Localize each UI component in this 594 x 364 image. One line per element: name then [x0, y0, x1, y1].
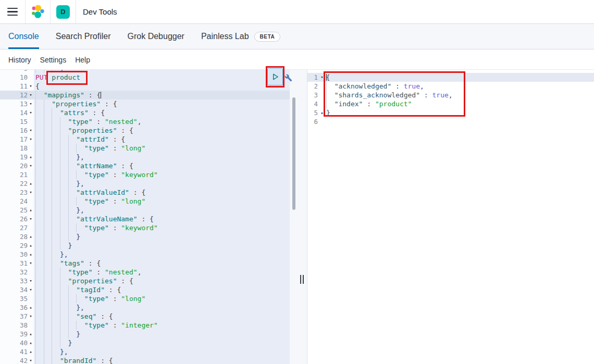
- line-number: 12▾: [0, 91, 34, 99]
- request-code[interactable]: 9 }10PUT product11▾{12▾ "mappings" : {13…: [0, 70, 290, 364]
- code-text: "type" : "keyword": [34, 170, 158, 179]
- line-number: 42▾: [0, 356, 34, 364]
- code-line-21[interactable]: 21 "type" : "keyword": [0, 170, 290, 179]
- code-line-6[interactable]: 6: [307, 117, 594, 126]
- tab-search-profiler[interactable]: Search Profiler: [56, 24, 111, 49]
- code-text: {: [34, 82, 40, 91]
- code-line-41[interactable]: 41▴ },: [0, 347, 290, 356]
- request-editor[interactable]: 9 }10PUT product11▾{12▾ "mappings" : {13…: [0, 70, 290, 364]
- code-line-42[interactable]: 42▾ "brandId" : {: [0, 356, 290, 364]
- code-line-11[interactable]: 11▾{: [0, 82, 290, 91]
- line-number: 28▴: [0, 232, 34, 241]
- code-line-19[interactable]: 19▴ },: [0, 153, 290, 161]
- code-line-40[interactable]: 40▴ }: [0, 338, 290, 347]
- editor-scrollbar-thumb[interactable]: [292, 97, 295, 210]
- code-line-28[interactable]: 28▴ }: [0, 232, 290, 241]
- code-text: }: [326, 108, 330, 117]
- elastic-logo-icon: [30, 4, 46, 20]
- menu-help[interactable]: Help: [75, 56, 90, 64]
- code-line-20[interactable]: 20▾ "attrName" : {: [0, 161, 290, 170]
- code-line-23[interactable]: 23▾ "attrValueId" : {: [0, 188, 290, 197]
- line-number: 34▾: [0, 285, 34, 294]
- code-line-39[interactable]: 39▴ }: [0, 330, 290, 338]
- line-number: 30▴: [0, 250, 34, 259]
- code-line-26[interactable]: 26▾ "attrValueName" : {: [0, 215, 290, 223]
- code-line-38[interactable]: 38 "type" : "integer": [0, 321, 290, 330]
- code-line-29[interactable]: 29▴ }: [0, 241, 290, 250]
- wrench-icon: [284, 74, 292, 82]
- code-text: "brandId" : {: [34, 356, 113, 364]
- code-line-2[interactable]: 2 "acknowledged" : true,: [307, 82, 594, 91]
- menu-settings[interactable]: Settings: [40, 56, 67, 64]
- code-text: "type" : "nested",: [34, 117, 141, 126]
- line-number: 4: [307, 99, 326, 108]
- send-request-button[interactable]: [267, 68, 283, 85]
- panel-resizer[interactable]: [290, 70, 307, 364]
- line-number: 14▾: [0, 108, 34, 117]
- code-line-33[interactable]: 33▾ "properties" : {: [0, 277, 290, 285]
- line-number: 15: [0, 117, 34, 126]
- code-line-5[interactable]: 5▴}: [307, 108, 594, 117]
- code-line-3[interactable]: 3 "shards_acknowledged" : true,: [307, 91, 594, 99]
- top-bar: D Dev Tools: [0, 0, 594, 24]
- response-code[interactable]: 1▾{2 "acknowledged" : true,3 "shards_ack…: [307, 73, 594, 126]
- code-line-25[interactable]: 25▴ },: [0, 206, 290, 215]
- code-line-22[interactable]: 22▴ },: [0, 179, 290, 188]
- code-text: "attrValueId" : {: [34, 188, 145, 197]
- space-avatar[interactable]: D: [56, 5, 70, 19]
- line-number: 29▴: [0, 241, 34, 250]
- console-workspace: 9 }10PUT product11▾{12▾ "mappings" : {13…: [0, 70, 594, 364]
- code-text: {: [326, 73, 330, 82]
- line-number: 31▾: [0, 259, 34, 268]
- code-text: "type" : "long": [34, 294, 145, 303]
- code-line-15[interactable]: 15 "type" : "nested",: [0, 117, 290, 126]
- code-line-27[interactable]: 27 "type" : "keyword": [0, 223, 290, 232]
- code-line-1[interactable]: 1▾{: [307, 73, 594, 82]
- code-line-12[interactable]: 12▾ "mappings" : {: [0, 91, 290, 99]
- menu-toggle-button[interactable]: [0, 0, 25, 23]
- code-line-36[interactable]: 36▴ },: [0, 303, 290, 312]
- line-number: 24: [0, 197, 34, 206]
- play-icon: [271, 73, 279, 81]
- code-line-35[interactable]: 35 "type" : "long": [0, 294, 290, 303]
- code-line-4[interactable]: 4 "index" : "product": [307, 99, 594, 108]
- response-viewer[interactable]: 1▾{2 "acknowledged" : true,3 "shards_ack…: [307, 70, 594, 364]
- code-line-32[interactable]: 32 "type" : "nested",: [0, 268, 290, 277]
- code-text: },: [34, 206, 84, 215]
- line-number: 36▴: [0, 303, 34, 312]
- tab-painless-lab[interactable]: Painless Lab BETA: [201, 24, 281, 49]
- code-line-24[interactable]: 24 "type" : "long": [0, 197, 290, 206]
- tab-grok-debugger-label: Grok Debugger: [128, 32, 184, 41]
- console-menu-bar: History Settings Help: [0, 50, 594, 70]
- tab-painless-lab-label: Painless Lab: [201, 32, 249, 41]
- code-line-34[interactable]: 34▾ "tagId" : {: [0, 285, 290, 294]
- code-text: "type" : "long": [34, 144, 145, 153]
- code-line-10[interactable]: 10PUT product: [0, 73, 290, 82]
- code-line-18[interactable]: 18 "type" : "long": [0, 144, 290, 153]
- code-text: },: [34, 250, 68, 259]
- tab-console[interactable]: Console: [8, 24, 39, 49]
- code-text: PUT product: [34, 73, 80, 82]
- line-number: 3: [307, 91, 326, 99]
- code-line-37[interactable]: 37▾ "seq" : {: [0, 312, 290, 321]
- code-line-16[interactable]: 16▾ "properties" : {: [0, 126, 290, 135]
- code-text: "attrId" : {: [34, 135, 125, 144]
- menu-history[interactable]: History: [8, 56, 31, 64]
- line-number: 16▾: [0, 126, 34, 135]
- code-line-17[interactable]: 17▾ "attrId" : {: [0, 135, 290, 144]
- code-text: "seq" : {: [34, 312, 113, 321]
- tab-grok-debugger[interactable]: Grok Debugger: [128, 24, 184, 49]
- code-text: "properties" : {: [34, 126, 133, 135]
- line-number: 13▾: [0, 99, 34, 108]
- code-line-31[interactable]: 31▾ "tags" : {: [0, 259, 290, 268]
- line-number: 35: [0, 294, 34, 303]
- elastic-logo[interactable]: [26, 0, 50, 23]
- tab-console-label: Console: [8, 32, 39, 41]
- code-line-30[interactable]: 30▴ },: [0, 250, 290, 259]
- code-line-13[interactable]: 13▾ "properties" : {: [0, 99, 290, 108]
- code-line-14[interactable]: 14▾ "attrs" : {: [0, 108, 290, 117]
- line-number: 39▴: [0, 330, 34, 338]
- request-options-button[interactable]: [284, 74, 292, 82]
- code-text: }: [34, 241, 72, 250]
- page-title: Dev Tools: [83, 7, 117, 16]
